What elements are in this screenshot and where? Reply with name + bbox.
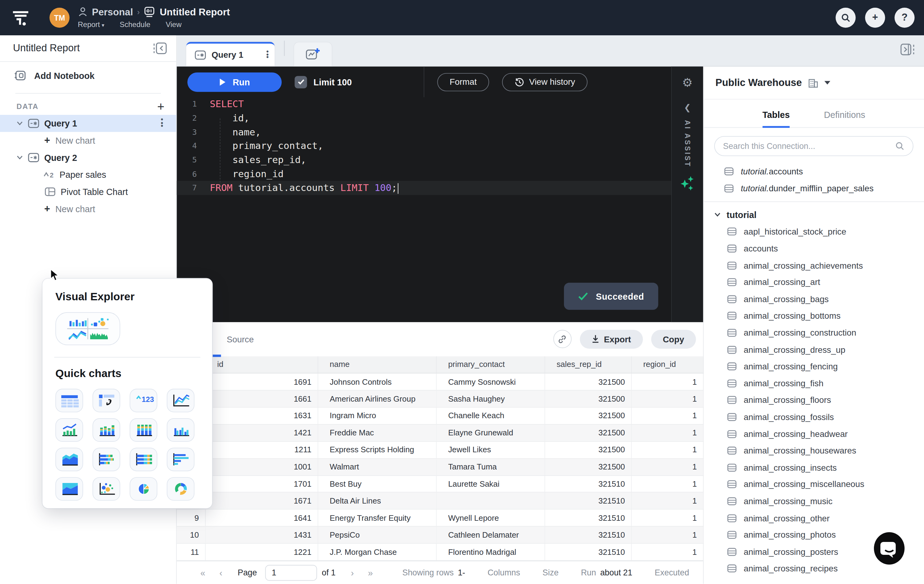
schema-table-item[interactable]: accounts: [704, 240, 924, 257]
first-page-icon[interactable]: «: [193, 568, 212, 577]
column-header-primary_contact[interactable]: primary_contact: [436, 356, 544, 373]
table-cell[interactable]: 1211: [205, 441, 318, 458]
table-cell[interactable]: 1: [631, 373, 703, 390]
table-cell[interactable]: Delta Air Lines: [318, 492, 436, 509]
page-input[interactable]: [265, 565, 317, 581]
table-cell[interactable]: 1641: [205, 509, 318, 526]
column-header-sales_rep_id[interactable]: sales_rep_id: [544, 356, 631, 373]
schema-table-item[interactable]: animal_crossing_other: [704, 510, 924, 526]
column-header-id[interactable]: id: [205, 356, 318, 373]
table-cell[interactable]: 321510: [544, 475, 631, 492]
chevron-down-icon[interactable]: [16, 155, 23, 160]
schema-table-item[interactable]: animal_crossing_fossils: [704, 409, 924, 426]
tab-query1[interactable]: Query 1 •••: [186, 42, 275, 66]
table-cell[interactable]: 1: [631, 390, 703, 407]
chevron-down-icon[interactable]: [16, 121, 23, 126]
sidebar-item-pivot-table-chart[interactable]: Pivot Table Chart: [0, 183, 177, 201]
schema-table-item[interactable]: animal_crossing_music: [704, 493, 924, 510]
collapse-sidebar-icon[interactable]: [152, 41, 168, 55]
table-cell[interactable]: 1661: [205, 390, 318, 407]
checkbox-checked-icon[interactable]: [295, 76, 307, 88]
table-cell[interactable]: 1: [631, 424, 703, 441]
table-cell[interactable]: 1221: [205, 543, 318, 560]
column-header-region_id[interactable]: region_id: [631, 356, 703, 373]
schema-table-item[interactable]: animal_crossing_fish: [704, 375, 924, 392]
area-100-chart-button[interactable]: [55, 477, 83, 501]
table-cell[interactable]: 1691: [205, 373, 318, 390]
schema-table-item[interactable]: aapl_historical_stock_price: [704, 223, 924, 240]
pie-chart-button[interactable]: [130, 477, 157, 501]
connection-name[interactable]: Public Warehouse: [715, 77, 802, 89]
copy-link-button[interactable]: [553, 330, 571, 348]
table-cell[interactable]: 321500: [544, 424, 631, 441]
table-cell[interactable]: Wynell Lepore: [436, 509, 544, 526]
table-cell[interactable]: 1001: [205, 458, 318, 475]
table-cell[interactable]: 321510: [544, 492, 631, 509]
help-button[interactable]: ?: [894, 8, 914, 28]
table-cell[interactable]: 321500: [544, 441, 631, 458]
sidebar-item-query1[interactable]: Query 1 •••: [0, 115, 177, 132]
expand-panel-icon[interactable]: [900, 43, 916, 59]
tab-definitions[interactable]: Definitions: [824, 99, 865, 128]
sidebar-item-new-chart-2[interactable]: + New chart: [0, 200, 177, 217]
table-chart-button[interactable]: [55, 389, 83, 412]
table-cell[interactable]: 321500: [544, 390, 631, 407]
stacked-bar-100-chart-button[interactable]: [130, 447, 157, 471]
table-cell[interactable]: Florentino Madrigal: [436, 543, 544, 560]
table-cell[interactable]: 1: [631, 458, 703, 475]
stacked-bar-chart-button[interactable]: [92, 447, 120, 471]
table-cell[interactable]: Laurette Sakai: [436, 475, 544, 492]
stacked-area-chart-button[interactable]: [55, 447, 83, 471]
table-cell[interactable]: 321510: [544, 526, 631, 543]
schema-table-item[interactable]: animal_crossing_insects: [704, 459, 924, 476]
table-cell[interactable]: 1631: [205, 408, 318, 424]
schema-table-item[interactable]: animal_crossing_bottoms: [704, 308, 924, 324]
tab-source[interactable]: Source: [227, 334, 254, 344]
schema-table-item[interactable]: animal_crossing_headwear: [704, 426, 924, 443]
table-cell[interactable]: 1431: [205, 526, 318, 543]
table-cell[interactable]: Best Buy: [318, 475, 436, 492]
avatar[interactable]: TM: [50, 8, 69, 28]
table-cell[interactable]: American Airlines Group: [318, 390, 436, 407]
copy-button[interactable]: Copy: [651, 330, 696, 349]
schema-recent-table[interactable]: tutorial.dunder_mifflin_paper_sales: [704, 180, 924, 197]
size-button[interactable]: Size: [543, 568, 558, 577]
schema-table-item[interactable]: animal_crossing_floors: [704, 392, 924, 409]
grouped-column-chart-button[interactable]: [167, 418, 195, 442]
schema-search[interactable]: [714, 136, 913, 156]
menu-report[interactable]: Report▾: [78, 21, 104, 29]
table-cell[interactable]: 1: [631, 526, 703, 543]
last-page-icon[interactable]: »: [361, 568, 380, 577]
sidebar-item-new-chart-1[interactable]: + New chart: [0, 132, 177, 149]
caret-down-icon[interactable]: [824, 81, 830, 85]
table-cell[interactable]: 1421: [205, 424, 318, 441]
table-cell[interactable]: 321500: [544, 373, 631, 390]
search-button[interactable]: [835, 8, 855, 28]
menu-schedule[interactable]: Schedule: [120, 21, 150, 29]
table-cell[interactable]: Walmart: [318, 458, 436, 475]
table-cell[interactable]: PepsiCo: [318, 526, 436, 543]
table-cell[interactable]: 1: [631, 475, 703, 492]
add-notebook-button[interactable]: Add Notebook: [0, 62, 177, 87]
mode-logo-icon[interactable]: [12, 8, 31, 28]
view-history-button[interactable]: View history: [502, 73, 587, 91]
table-cell[interactable]: Sasha Haughey: [436, 390, 544, 407]
table-cell[interactable]: Jewell Likes: [436, 441, 544, 458]
kebab-menu-icon[interactable]: •••: [161, 118, 163, 128]
tab-kebab-icon[interactable]: •••: [266, 51, 269, 59]
schema-table-item[interactable]: animal_crossing_miscellaneous: [704, 476, 924, 493]
table-cell[interactable]: Express Scripts Holding: [318, 441, 436, 458]
column-header-name[interactable]: name: [318, 356, 436, 373]
table-cell[interactable]: Tamara Tuma: [436, 458, 544, 475]
chevron-left-icon[interactable]: ❮: [684, 102, 691, 112]
pivot-table-chart-button[interactable]: [92, 389, 120, 412]
schema-table-item[interactable]: animal_crossing_achievements: [704, 257, 924, 274]
add-chart-tab[interactable]: [294, 43, 332, 66]
table-cell[interactable]: 1: [631, 543, 703, 560]
line-chart-button[interactable]: [167, 389, 195, 412]
add-data-button[interactable]: +: [157, 102, 165, 112]
menu-view[interactable]: View: [165, 21, 182, 29]
ai-assist-label[interactable]: AI ASSIST: [683, 120, 691, 168]
table-cell[interactable]: 321510: [544, 509, 631, 526]
table-cell[interactable]: Cathleen Delamater: [436, 526, 544, 543]
